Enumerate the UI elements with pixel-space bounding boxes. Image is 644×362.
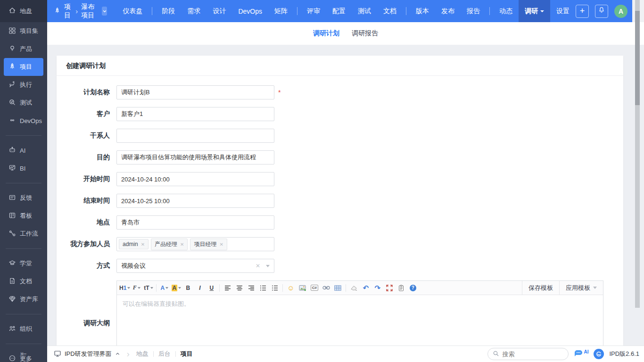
nav-item-design[interactable]: 设计: [206, 0, 232, 22]
highlight-color-button[interactable]: A: [171, 282, 182, 293]
field-label: 调研大纲: [57, 280, 110, 328]
fullscreen-button[interactable]: [384, 282, 395, 293]
undo-button[interactable]: ↶: [360, 282, 371, 293]
sidebar-item-ai[interactable]: AI: [0, 141, 47, 159]
project-switcher-button[interactable]: [102, 7, 107, 16]
method-select[interactable]: 视频会议 ✕: [116, 259, 274, 273]
insert-table-button[interactable]: [332, 282, 343, 293]
nav-item-release[interactable]: 发布: [435, 0, 461, 22]
breadcrumb-app[interactable]: 项目: [64, 3, 72, 20]
remove-tag-icon[interactable]: ✕: [180, 242, 184, 247]
insert-image-button[interactable]: [297, 282, 308, 293]
sidebar-item-qa[interactable]: 测试: [0, 94, 47, 112]
sidebar-item-tutorial[interactable]: 学堂: [0, 255, 47, 272]
notification-bell-button[interactable]: [595, 5, 608, 18]
footer-right: AI IPD版2.6.1: [487, 348, 639, 360]
sidebar-item-devops[interactable]: DevOps: [0, 112, 47, 130]
italic-button[interactable]: I: [194, 282, 205, 293]
nav-item-dashboard[interactable]: 仪表盘: [116, 0, 149, 22]
heading-dropdown-button[interactable]: H1: [119, 282, 130, 293]
user-avatar[interactable]: A: [614, 5, 627, 18]
paste-button[interactable]: [396, 282, 406, 293]
ai-assistant-button[interactable]: AI: [574, 349, 588, 359]
sidebar-collapse-button[interactable]: ⇤: [0, 349, 47, 358]
participant-tag[interactable]: admin✕: [119, 239, 149, 249]
insert-link-button[interactable]: [321, 282, 331, 293]
participant-tag[interactable]: 产品经理✕: [151, 239, 188, 250]
align-right-button[interactable]: [246, 282, 256, 293]
sidebar-item-doc[interactable]: 文档: [0, 272, 47, 290]
bullet-list-button[interactable]: [269, 282, 280, 293]
emoji-button[interactable]: ☺: [285, 282, 296, 293]
start-time-input[interactable]: [116, 172, 274, 186]
sidebar-item-feedback[interactable]: 反馈: [0, 189, 47, 207]
remove-tag-icon[interactable]: ✕: [219, 242, 223, 247]
participants-multiselect[interactable]: admin✕ 产品经理✕ 项目经理✕: [116, 237, 274, 251]
font-size-dropdown-button[interactable]: tT: [143, 282, 154, 293]
sidebar-item-workflow[interactable]: 工作流: [0, 225, 47, 243]
sidebar-item-kanban[interactable]: 看板: [0, 207, 47, 225]
sidebar-item-home[interactable]: 地盘: [0, 0, 47, 22]
participant-tag[interactable]: 项目经理✕: [190, 239, 227, 250]
nav-item-dynamic[interactable]: 动态: [493, 0, 519, 22]
nav-item-doc[interactable]: 文档: [377, 0, 403, 22]
sidebar-item-org[interactable]: 组织: [0, 320, 47, 338]
breadcrumb-project[interactable]: 瀑布项目: [81, 3, 97, 20]
nav-item-config[interactable]: 配置: [326, 0, 352, 22]
bold-button[interactable]: B: [182, 282, 193, 293]
editor-content-area[interactable]: 可以在编辑器直接贴图。: [117, 295, 603, 346]
nav-item-research-active[interactable]: 调研: [519, 0, 550, 22]
redo-button[interactable]: ↷: [372, 282, 383, 293]
font-family-dropdown-button[interactable]: F: [131, 282, 142, 293]
nav-item-review[interactable]: 评审: [301, 0, 326, 22]
nav-item-matrix[interactable]: 矩阵: [268, 0, 294, 22]
font-color-button[interactable]: A: [159, 282, 170, 293]
apply-template-label: 应用模板: [566, 284, 590, 292]
search-input[interactable]: [502, 351, 554, 358]
page-title: 创建调研计划: [57, 56, 623, 76]
sidebar-item-bi[interactable]: BI: [0, 159, 47, 177]
remove-format-button[interactable]: [348, 282, 359, 293]
nav-item-settings[interactable]: 设置: [550, 0, 576, 22]
heading-label: H: [119, 285, 124, 291]
align-center-button[interactable]: [234, 282, 245, 293]
sidebar-item-program[interactable]: 项目集: [0, 22, 47, 40]
remove-tag-icon[interactable]: ✕: [141, 242, 145, 247]
end-time-input[interactable]: [116, 194, 274, 208]
ordered-list-button[interactable]: [257, 282, 268, 293]
sidebar-item-project[interactable]: 项目: [4, 58, 43, 76]
nav-item-story[interactable]: 需求: [181, 0, 206, 22]
nav-item-report[interactable]: 报告: [461, 0, 486, 22]
sidebar-item-assetlib[interactable]: 资产库: [0, 290, 47, 308]
customer-input[interactable]: [116, 107, 274, 121]
sidebar-item-product[interactable]: 产品: [0, 40, 47, 58]
sidebar-item-label: 产品: [20, 45, 32, 53]
plan-name-input[interactable]: [116, 85, 274, 99]
insert-code-button[interactable]: C#: [309, 282, 320, 293]
stakeholder-input[interactable]: [116, 129, 274, 143]
apply-template-button[interactable]: 应用模板: [559, 281, 603, 295]
nav-item-stage[interactable]: 阶段: [156, 0, 181, 22]
location-input[interactable]: [116, 215, 274, 230]
nav-item-devops[interactable]: DevOps: [232, 0, 268, 22]
clear-selection-icon[interactable]: ✕: [256, 263, 260, 269]
workspace-switcher[interactable]: IPD研发管理界面: [54, 350, 120, 359]
footer-crumb-home[interactable]: 地盘: [136, 350, 149, 358]
sidebar-item-label: 反馈: [20, 194, 32, 202]
sidebar-item-execution[interactable]: 执行: [0, 76, 47, 94]
footer-crumb-project[interactable]: 项目: [181, 350, 193, 358]
tab-research-plan[interactable]: 调研计划: [313, 29, 339, 38]
scrollbar-thumb[interactable]: [635, 11, 640, 105]
tag-label: admin: [123, 241, 138, 247]
footer-crumb-admin[interactable]: 后台: [158, 350, 171, 358]
editor-help-button[interactable]: ?: [407, 282, 418, 293]
nav-item-build[interactable]: 版本: [410, 0, 435, 22]
save-template-button[interactable]: 保存模板: [522, 281, 559, 295]
tab-research-report[interactable]: 调研报告: [352, 29, 378, 38]
align-left-button[interactable]: [222, 282, 233, 293]
sidebar-item-label: 组织: [20, 325, 32, 333]
underline-button[interactable]: U: [206, 282, 217, 293]
nav-item-test[interactable]: 测试: [352, 0, 377, 22]
create-button[interactable]: +: [576, 5, 589, 18]
purpose-input[interactable]: [116, 150, 274, 165]
